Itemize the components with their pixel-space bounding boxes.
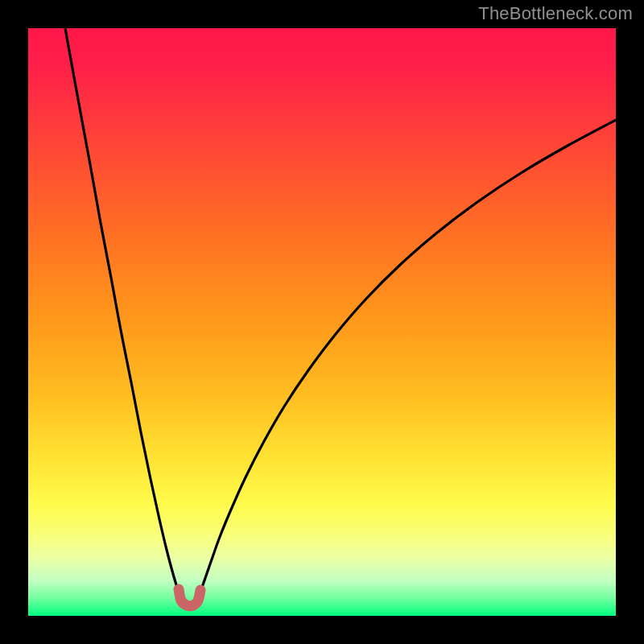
outer-frame: TheBottleneck.com <box>0 0 644 644</box>
curve-bottom-nub <box>179 589 200 606</box>
curve-left-branch <box>65 28 178 590</box>
chart-svg <box>28 28 616 616</box>
curve-right-branch <box>200 120 616 592</box>
chart-plot-area <box>28 28 616 616</box>
watermark-text: TheBottleneck.com <box>478 3 633 24</box>
